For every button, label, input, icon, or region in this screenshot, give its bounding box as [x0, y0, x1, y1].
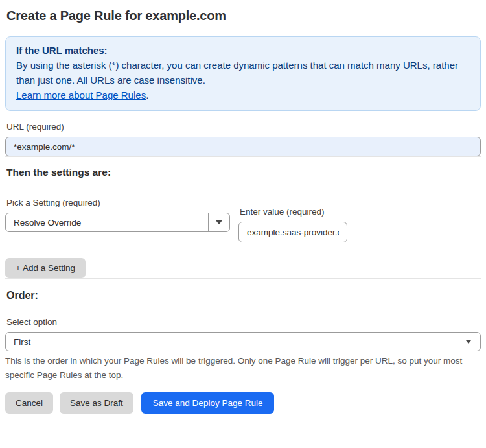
order-select-label: Select option	[6, 317, 481, 327]
order-select-value: First	[6, 337, 466, 347]
setting-select-value: Resolve Override	[6, 218, 208, 228]
order-help-text: This is the order in which your Page Rul…	[5, 354, 467, 383]
settings-row: Pick a Setting (required) Resolve Overri…	[5, 198, 481, 242]
setting-select[interactable]: Resolve Override	[5, 213, 230, 232]
learn-more-page-rules-link[interactable]: Learn more about Page Rules	[16, 89, 146, 100]
cancel-button[interactable]: Cancel	[5, 392, 53, 414]
setting-select-label: Pick a Setting (required)	[6, 198, 230, 208]
section-divider	[5, 156, 481, 157]
settings-section-heading: Then the settings are:	[6, 166, 481, 178]
setting-value-column: Enter value (required)	[238, 207, 347, 242]
save-and-deploy-button[interactable]: Save and Deploy Page Rule	[141, 392, 275, 414]
caret-triangle	[216, 220, 222, 224]
form-actions: Cancel Save as Draft Save and Deploy Pag…	[5, 392, 481, 414]
section-divider	[5, 278, 481, 279]
info-box-link-line: Learn more about Page Rules.	[16, 88, 470, 102]
save-as-draft-button[interactable]: Save as Draft	[60, 392, 133, 414]
url-match-info-box: If the URL matches: By using the asteris…	[5, 36, 481, 111]
order-select[interactable]: First	[5, 332, 481, 351]
chevron-down-icon	[466, 340, 471, 344]
create-page-rule-form: Create a Page Rule for example.com If th…	[0, 0, 486, 414]
page-title: Create a Page Rule for example.com	[6, 8, 481, 23]
order-section-heading: Order:	[6, 289, 481, 301]
info-box-body: By using the asterisk (*) character, you…	[16, 58, 470, 88]
setting-value-input[interactable]	[238, 222, 347, 242]
url-input[interactable]	[5, 137, 481, 156]
value-field-label: Enter value (required)	[240, 207, 347, 217]
url-field-label: URL (required)	[6, 122, 481, 132]
setting-picker-column: Pick a Setting (required) Resolve Overri…	[5, 198, 230, 242]
add-setting-button[interactable]: + Add a Setting	[5, 258, 86, 278]
chevron-down-icon	[208, 213, 229, 231]
section-divider	[5, 383, 481, 383]
info-box-heading: If the URL matches:	[16, 43, 470, 58]
link-suffix-period: .	[146, 89, 148, 100]
